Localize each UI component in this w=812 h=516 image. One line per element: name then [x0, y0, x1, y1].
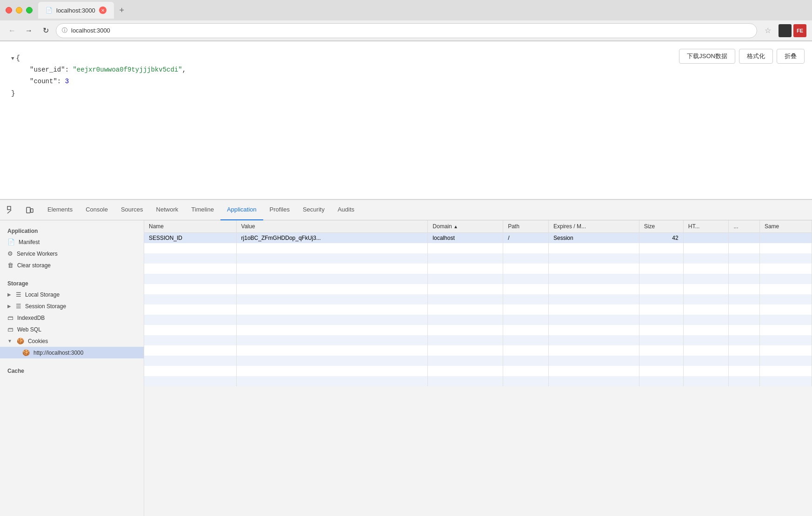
local-storage-expand-icon: ▶ — [7, 292, 11, 297]
table-row — [144, 335, 812, 345]
tab-console-label: Console — [86, 206, 108, 213]
manifest-label: Manifest — [19, 239, 40, 245]
col-dots[interactable]: ... — [729, 220, 759, 233]
tab-security[interactable]: Security — [296, 200, 331, 220]
table-row — [144, 376, 812, 386]
tab-close-button[interactable]: ✕ — [99, 7, 106, 14]
cell-domain: localhost — [428, 233, 503, 244]
session-storage-label: Session Storage — [25, 303, 66, 310]
table-row — [144, 284, 812, 294]
count-value: 3 — [65, 78, 69, 85]
service-workers-label: Service Workers — [17, 251, 58, 257]
device-toolbar-icon[interactable] — [22, 203, 37, 218]
info-icon: ⓘ — [62, 26, 67, 34]
tab-security-label: Security — [303, 206, 325, 213]
sidebar-item-session-storage[interactable]: ▶ ☰ Session Storage — [0, 300, 144, 312]
sidebar-item-service-workers[interactable]: ⚙ Service Workers — [0, 248, 144, 259]
table-row — [144, 274, 812, 284]
web-sql-icon: 🗃 — [7, 326, 13, 333]
tab-elements-label: Elements — [47, 206, 73, 213]
tab-application-label: Application — [227, 206, 257, 213]
table-row — [144, 253, 812, 264]
table-row — [144, 294, 812, 304]
table-row — [144, 315, 812, 325]
col-ht[interactable]: HT... — [683, 220, 729, 233]
fold-button[interactable]: 折叠 — [777, 49, 805, 64]
session-storage-icon: ☰ — [16, 303, 21, 310]
cookies-label: Cookies — [28, 338, 48, 344]
url-text: localhost:3000 — [71, 27, 751, 34]
indexed-db-label: IndexedDB — [17, 315, 45, 321]
col-domain[interactable]: Domain ▲ — [428, 220, 503, 233]
tab-audits-label: Audits — [338, 206, 354, 213]
back-button[interactable]: ← — [6, 24, 19, 37]
address-bar[interactable]: ⓘ localhost:3000 — [56, 23, 757, 38]
table-row[interactable]: SESSION_ID rj1oBC_ZFmGHDDop_qFkUj3... lo… — [144, 233, 812, 244]
close-button[interactable] — [6, 7, 12, 13]
fe-extension-icon[interactable]: FE — [793, 24, 806, 37]
sidebar-item-cookies[interactable]: ▼ 🍪 Cookies — [0, 335, 144, 347]
tab-network[interactable]: Network — [150, 200, 185, 220]
forward-button[interactable]: → — [22, 24, 35, 37]
tab-network-label: Network — [156, 206, 179, 213]
maximize-button[interactable] — [26, 7, 33, 13]
table-row — [144, 366, 812, 376]
col-size[interactable]: Size — [639, 220, 683, 233]
new-tab-button[interactable]: + — [115, 3, 129, 17]
cell-value: rj1oBC_ZFmGHDDop_qFkUj3... — [236, 233, 428, 244]
inspect-element-icon[interactable] — [4, 203, 19, 218]
tab-title: localhost:3000 — [56, 7, 95, 14]
svg-rect-0 — [7, 206, 11, 210]
tab-profiles[interactable]: Profiles — [263, 200, 296, 220]
tab-page-icon: 📄 — [46, 7, 53, 13]
tab-timeline[interactable]: Timeline — [185, 200, 220, 220]
tab-application[interactable]: Application — [220, 200, 263, 220]
tab-audits[interactable]: Audits — [331, 200, 361, 220]
table-header-row: Name Value Domain ▲ Path Expires / M... … — [144, 220, 812, 233]
download-json-button[interactable]: 下载JSON数据 — [679, 49, 735, 64]
storage-section-title: Storage — [0, 277, 144, 289]
json-display-area: 下载JSON数据 格式化 折叠 ▼{ "user_id": "eejxr0uww… — [0, 41, 812, 199]
sidebar-item-local-storage[interactable]: ▶ ☰ Local Storage — [0, 289, 144, 300]
cell-name: SESSION_ID — [144, 233, 236, 244]
count-key: "count" — [30, 78, 57, 85]
col-name[interactable]: Name — [144, 220, 236, 233]
tab-console[interactable]: Console — [79, 200, 114, 220]
collapse-arrow: ▼ — [11, 56, 14, 61]
sidebar-item-clear-storage[interactable]: 🗑 Clear storage — [0, 259, 144, 271]
bookmark-icon[interactable]: ☆ — [765, 26, 771, 35]
local-storage-icon: ☰ — [16, 291, 21, 298]
table-row — [144, 345, 812, 356]
col-path[interactable]: Path — [503, 220, 549, 233]
sidebar-item-cookies-localhost[interactable]: 🍪 http://localhost:3000 — [0, 347, 144, 358]
cell-dots — [729, 233, 759, 244]
table-row — [144, 243, 812, 253]
sidebar-item-web-sql[interactable]: 🗃 Web SQL — [0, 324, 144, 335]
cell-same — [759, 233, 812, 244]
reload-button[interactable]: ↻ — [39, 24, 52, 37]
manifest-icon: 📄 — [7, 238, 15, 245]
tab-profiles-label: Profiles — [270, 206, 290, 213]
format-button[interactable]: 格式化 — [739, 49, 773, 64]
table-row — [144, 304, 812, 315]
cookies-data-table: Name Value Domain ▲ Path Expires / M... … — [144, 220, 812, 386]
cell-path: / — [503, 233, 549, 244]
tab-sources[interactable]: Sources — [114, 200, 150, 220]
session-storage-expand-icon: ▶ — [7, 304, 11, 309]
qr-code-icon[interactable] — [779, 24, 792, 37]
sidebar-item-indexed-db[interactable]: 🗃 IndexedDB — [0, 312, 144, 324]
browser-tab[interactable]: 📄 localhost:3000 ✕ — [38, 2, 114, 19]
tab-elements[interactable]: Elements — [41, 200, 79, 220]
col-same[interactable]: Same — [759, 220, 812, 233]
table-row — [144, 264, 812, 274]
col-expires[interactable]: Expires / M... — [548, 220, 639, 233]
user-id-value: "eejxr0uwwoa0f9tyjjjbkv5cdi" — [73, 66, 182, 73]
minimize-button[interactable] — [16, 7, 22, 13]
indexed-db-icon: 🗃 — [7, 314, 13, 321]
cache-section-title: Cache — [0, 364, 144, 376]
col-value[interactable]: Value — [236, 220, 428, 233]
cell-ht — [683, 233, 729, 244]
sidebar-item-manifest[interactable]: 📄 Manifest — [0, 236, 144, 248]
devtools-panel: Elements Console Sources Network Timelin… — [0, 199, 812, 516]
table-row — [144, 356, 812, 366]
